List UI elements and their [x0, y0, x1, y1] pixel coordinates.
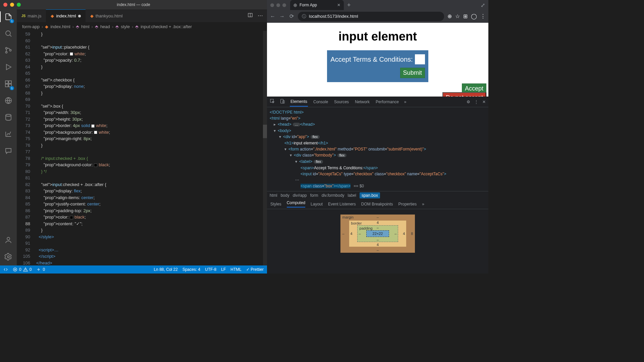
- address-bar[interactable]: ⓘlocalhost:5173/index.html: [298, 12, 444, 21]
- source-control-icon[interactable]: [4, 46, 12, 56]
- prettier-status[interactable]: ✓ Prettier: [246, 267, 264, 272]
- devtab-network[interactable]: Network: [354, 98, 370, 106]
- svg-point-14: [38, 269, 40, 270]
- explorer-icon[interactable]: 1: [4, 13, 12, 22]
- devtab-sources[interactable]: Sources: [333, 98, 350, 106]
- submit-button[interactable]: Submit: [400, 68, 425, 78]
- status-bar: 0 0 0 Ln 88, Col 22 Spaces: 4 UTF-8 LF H…: [0, 265, 267, 274]
- svg-rect-4: [5, 81, 8, 83]
- minimap[interactable]: [263, 31, 267, 265]
- tab-mainjs[interactable]: JSmain.js: [17, 9, 46, 22]
- minimize-window[interactable]: [10, 3, 14, 7]
- devtools-close-icon[interactable]: ✕: [482, 100, 486, 104]
- cursor-position[interactable]: Ln 88, Col 22: [154, 267, 178, 272]
- graph-icon[interactable]: [4, 130, 12, 139]
- profile-icon[interactable]: ◯: [471, 13, 477, 19]
- maximize-window[interactable]: [17, 3, 21, 7]
- close-tab-icon[interactable]: ✕: [337, 3, 340, 7]
- browser-tab[interactable]: ◎Form App✕: [290, 0, 344, 10]
- devtab-elements[interactable]: Elements: [290, 97, 308, 107]
- subtabs-overflow-icon[interactable]: »: [422, 202, 424, 206]
- zoom-icon[interactable]: ⊕: [447, 13, 452, 19]
- svg-rect-17: [283, 101, 284, 103]
- custom-checkbox[interactable]: [415, 54, 425, 64]
- search-icon[interactable]: [4, 29, 12, 39]
- elements-tree[interactable]: <!DOCTYPE html> <html lang="en"> ▸<head>…: [267, 107, 488, 191]
- vscode-window: index.html — code 1 1 JSmain.js ◆index.h…: [0, 0, 267, 274]
- back-button[interactable]: ←: [270, 13, 276, 19]
- devtools-menu-icon[interactable]: ⋮: [474, 100, 478, 104]
- devtools: Elements Console Sources Network Perform…: [267, 97, 488, 274]
- comment-icon[interactable]: [4, 147, 12, 156]
- run-debug-icon[interactable]: [4, 63, 12, 72]
- subtab-computed[interactable]: Computed: [287, 200, 305, 207]
- svg-point-11: [7, 256, 9, 258]
- favicon-icon: ◎: [293, 3, 297, 7]
- modified-dot-icon: [78, 15, 81, 17]
- menu-icon[interactable]: ⋮: [480, 13, 486, 19]
- site-info-icon[interactable]: ⓘ: [302, 13, 306, 19]
- form-box: Accept Terms & Conditions: Submit: [327, 50, 428, 82]
- svg-rect-15: [270, 99, 273, 102]
- tab-thankyou[interactable]: ◆thankyou.html: [86, 9, 127, 22]
- window-controls: [3, 3, 21, 7]
- svg-point-0: [6, 31, 10, 36]
- device-toggle-icon[interactable]: [280, 99, 285, 105]
- styles-subtabs: Styles Computed Layout Event Listeners D…: [267, 199, 488, 209]
- split-editor-icon[interactable]: [248, 12, 253, 19]
- extensions-icon[interactable]: 1: [4, 80, 12, 89]
- remote-status[interactable]: [3, 267, 8, 272]
- code-editor[interactable]: 5960616263646566676869707172737475767778…: [17, 31, 267, 265]
- db-icon[interactable]: [4, 113, 12, 123]
- chrome-title-bar: ◎Form App✕ + ⤢: [267, 0, 488, 10]
- eol-status[interactable]: LF: [221, 267, 226, 272]
- lang-status[interactable]: HTML: [230, 267, 241, 272]
- vscode-title-bar: index.html — code: [0, 0, 267, 9]
- bookmark-icon[interactable]: ☆: [455, 13, 460, 19]
- forward-button[interactable]: →: [279, 13, 285, 19]
- chrome-min[interactable]: [276, 3, 280, 7]
- window-title: index.html — code: [117, 2, 150, 7]
- encoding-status[interactable]: UTF-8: [205, 267, 216, 272]
- chrome-max[interactable]: [282, 3, 286, 7]
- ports-status[interactable]: 0: [36, 267, 45, 272]
- subtab-properties[interactable]: Properties: [398, 202, 417, 206]
- box-model-diagram: margin – 8 – – border 4 4 4 4 padding – …: [267, 209, 488, 274]
- deny-button[interactable]: Do not accept: [442, 92, 486, 97]
- checkbox-label: Accept Terms & Conditions:: [330, 56, 413, 63]
- extensions-puzzle-icon[interactable]: ⊞: [463, 13, 468, 19]
- fullscreen-icon[interactable]: ⤢: [481, 2, 485, 8]
- new-tab-button[interactable]: +: [347, 2, 351, 9]
- svg-point-10: [7, 237, 10, 240]
- tab-index[interactable]: ◆index.html: [46, 9, 85, 22]
- remote-icon[interactable]: [4, 97, 12, 106]
- devtab-performance[interactable]: Performance: [375, 98, 399, 106]
- devtools-settings-icon[interactable]: ⚙: [467, 100, 470, 104]
- subtab-eventlisteners[interactable]: Event Listeners: [328, 202, 356, 206]
- more-actions-icon[interactable]: ⋯: [258, 12, 263, 19]
- editor-tabs: JSmain.js ◆index.html ◆thankyou.html ⋯: [17, 9, 267, 22]
- devtab-console[interactable]: Console: [313, 98, 329, 106]
- svg-point-2: [6, 52, 7, 53]
- subtab-dombreakpoints[interactable]: DOM Breakpoints: [361, 202, 393, 206]
- rendered-page: input element Accept Terms & Conditions:…: [267, 23, 488, 97]
- chrome-window: ◎Form App✕ + ⤢ ← → ⟳ ⓘlocalhost:5173/ind…: [267, 0, 488, 274]
- devtools-tabs: Elements Console Sources Network Perform…: [267, 97, 488, 107]
- dom-path-bar[interactable]: html body div#app form div.formbody labe…: [267, 191, 488, 199]
- inspect-icon[interactable]: [270, 99, 275, 105]
- devtabs-overflow-icon[interactable]: »: [404, 100, 407, 104]
- close-window[interactable]: [3, 3, 7, 7]
- settings-gear-icon[interactable]: [4, 253, 12, 262]
- subtab-styles[interactable]: Styles: [270, 202, 281, 206]
- breadcrumb[interactable]: form-app› ◆index.html› ⬘html› ⬘head› ⬘st…: [17, 22, 267, 31]
- vscode-body: 1 1 JSmain.js ◆index.html ◆thankyou.html…: [0, 9, 267, 265]
- subtab-layout[interactable]: Layout: [311, 202, 323, 206]
- svg-point-3: [10, 50, 11, 51]
- account-icon[interactable]: [4, 236, 12, 245]
- indent-status[interactable]: Spaces: 4: [182, 267, 200, 272]
- svg-point-9: [6, 114, 11, 116]
- problems-status[interactable]: 0 0: [13, 267, 32, 272]
- reload-button[interactable]: ⟳: [288, 13, 294, 19]
- chrome-close[interactable]: [270, 3, 274, 7]
- browser-toolbar: ← → ⟳ ⓘlocalhost:5173/index.html ⊕ ☆ ⊞ ◯…: [267, 10, 488, 23]
